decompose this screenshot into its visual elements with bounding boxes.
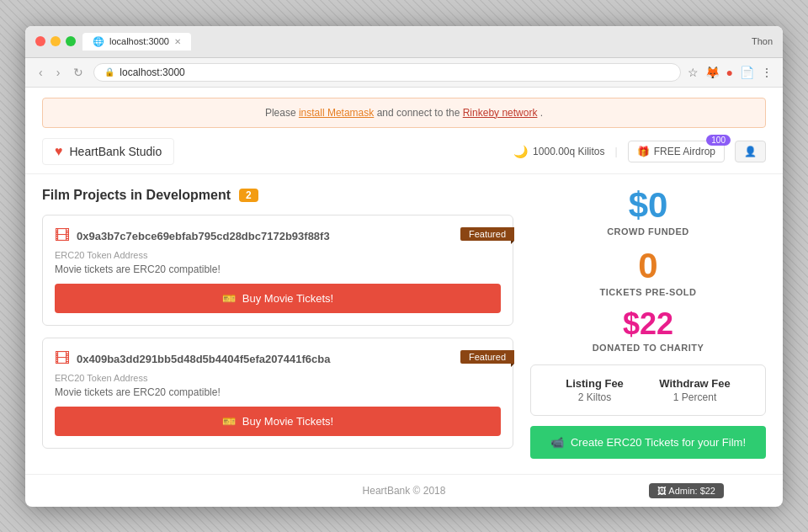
forward-button[interactable]: ›	[53, 64, 64, 81]
film-icon-2: 🎞	[55, 350, 70, 368]
section-title-text: Film Projects in Development	[42, 188, 231, 203]
extension-icon1[interactable]: 🦊	[705, 66, 720, 79]
browser-tab[interactable]: 🌐 localhost:3000 ✕	[82, 33, 191, 51]
film-address-2: 0x409ba3dd291bb5d48d5b4404f5efa207441f6c…	[77, 353, 501, 365]
window-controls	[35, 36, 76, 46]
footer-container: HeartBank © 2018 🖼 Admin: $22	[42, 485, 766, 497]
page-footer: HeartBank © 2018 🖼 Admin: $22	[25, 474, 783, 507]
install-metamask-link[interactable]: install Metamask	[299, 107, 374, 119]
profile-button[interactable]: 👤	[735, 141, 766, 162]
buy-label-1: Buy Movie Tickets!	[242, 292, 333, 305]
film-icon-1: 🎞	[55, 227, 70, 245]
maximize-button[interactable]	[66, 36, 76, 46]
airdrop-button[interactable]: 100 🎁 FREE Airdrop	[628, 141, 725, 162]
project-count-badge: 2	[239, 189, 258, 202]
airdrop-badge: 100	[706, 135, 731, 146]
film-desc-1: Movie tickets are ERC20 compatible!	[55, 263, 501, 275]
donated-value: $22	[530, 309, 766, 339]
brand-logo[interactable]: ♥ HeartBank Studio	[42, 138, 174, 165]
film-label-1: ERC20 Token Address	[55, 250, 501, 260]
gift-icon: 🎁	[637, 146, 650, 157]
film-address-1: 0x9a3b7c7ebce69ebfab795cd28dbc7172b93f88…	[77, 230, 501, 242]
kilitos-value: 1000.00q Kilitos	[533, 146, 604, 157]
withdraw-fee-value: 1 Percent	[659, 391, 730, 403]
kilitos-display: 🌙 1000.00q Kilitos	[513, 145, 604, 158]
star-icon[interactable]: ☆	[688, 66, 699, 79]
app-header: ♥ HeartBank Studio 🌙 1000.00q Kilitos | …	[25, 138, 783, 174]
film-card-1-header: 🎞 0x9a3b7c7ebce69ebfab795cd28dbc7172b93f…	[55, 227, 501, 245]
admin-badge: 🖼 Admin: $22	[649, 483, 724, 498]
film-label-2: ERC20 Token Address	[55, 373, 501, 383]
copyright-text: HeartBank © 2018	[363, 485, 446, 497]
heart-icon: ♥	[55, 144, 63, 159]
listing-fee-title: Listing Fee	[566, 377, 624, 390]
extension-icon2[interactable]: ●	[726, 66, 733, 79]
donated-label: DONATED TO CHARITY	[530, 343, 766, 353]
banner-text-between: and connect to the	[377, 107, 463, 119]
back-button[interactable]: ‹	[35, 64, 46, 81]
banner-text-before: Please	[265, 107, 299, 119]
film-card-1: Featured 🎞 0x9a3b7c7ebce69ebfab795cd28db…	[42, 215, 513, 326]
crowd-funded-label: CROWD FUNDED	[530, 226, 766, 237]
browser-actions: ☆ 🦊 ● 📄 ⋮	[688, 66, 773, 79]
minimize-button[interactable]	[50, 36, 61, 46]
window-title: Thon	[198, 36, 773, 46]
url-text: localhost:3000	[120, 66, 184, 78]
left-panel: Film Projects in Development 2 Featured …	[42, 188, 513, 460]
url-bar[interactable]: 🔒 localhost:3000	[93, 63, 680, 82]
fee-box: Listing Fee 2 Kiltos Withdraw Fee 1 Perc…	[530, 364, 766, 416]
main-content: Film Projects in Development 2 Featured …	[25, 174, 783, 474]
browser-window: 🌐 localhost:3000 ✕ Thon ‹ › ↻ 🔒 localhos…	[25, 26, 783, 507]
listing-fee-value: 2 Kiltos	[566, 391, 624, 403]
buy-label-2: Buy Movie Tickets!	[242, 415, 333, 428]
metamask-banner: Please install Metamask and connect to t…	[42, 98, 766, 128]
banner-text-after: .	[540, 107, 543, 119]
crowd-funded-value: $0	[530, 188, 766, 223]
tickets-stat: 0 TICKETS PRE-SOLD	[530, 248, 766, 297]
ticket-icon-2: 🎫	[222, 415, 236, 428]
section-title: Film Projects in Development 2	[42, 188, 513, 203]
moon-icon: 🌙	[513, 145, 528, 158]
film-card-2-header: 🎞 0x409ba3dd291bb5d48d5b4404f5efa207441f…	[55, 350, 501, 368]
nav-right: 🌙 1000.00q Kilitos | 100 🎁 FREE Airdrop …	[513, 141, 766, 162]
buy-tickets-button-1[interactable]: 🎫 Buy Movie Tickets!	[55, 284, 501, 313]
ticket-icon-1: 🎫	[222, 292, 236, 305]
tab-label: localhost:3000	[109, 36, 169, 46]
buy-tickets-button-2[interactable]: 🎫 Buy Movie Tickets!	[55, 407, 501, 436]
tab-close-icon[interactable]: ✕	[174, 37, 181, 46]
rinkeby-link[interactable]: Rinkeby network	[463, 107, 538, 119]
lock-icon: 🔒	[104, 67, 114, 77]
camera-icon: 📹	[550, 436, 564, 449]
featured-tag-2: Featured	[460, 350, 514, 364]
close-button[interactable]	[35, 36, 45, 46]
menu-icon[interactable]: ⋮	[761, 66, 773, 79]
crowd-funded-stat: $0 CROWD FUNDED	[530, 188, 766, 237]
address-bar: ‹ › ↻ 🔒 localhost:3000 ☆ 🦊 ● 📄 ⋮	[25, 58, 783, 88]
create-btn-label: Create ERC20 Tickets for your Film!	[571, 436, 746, 449]
film-desc-2: Movie tickets are ERC20 compatible!	[55, 386, 501, 398]
listing-fee: Listing Fee 2 Kiltos	[566, 377, 624, 403]
featured-tag-1: Featured	[460, 227, 514, 241]
separator: |	[615, 146, 618, 157]
admin-text: Admin: $22	[668, 486, 715, 496]
withdraw-fee: Withdraw Fee 1 Percent	[659, 377, 730, 403]
title-bar: 🌐 localhost:3000 ✕ Thon	[25, 26, 783, 58]
admin-area: 🖼 Admin: $22	[649, 485, 724, 497]
tab-favicon: 🌐	[93, 36, 104, 47]
extension-icon3[interactable]: 📄	[740, 66, 754, 79]
withdraw-fee-title: Withdraw Fee	[659, 377, 730, 390]
tickets-value: 0	[530, 248, 766, 284]
film-card-2: Featured 🎞 0x409ba3dd291bb5d48d5b4404f5e…	[42, 338, 513, 449]
donated-stat: $22 DONATED TO CHARITY	[530, 309, 766, 353]
right-panel: $0 CROWD FUNDED 0 TICKETS PRE-SOLD $22 D…	[530, 188, 766, 460]
brand-name: HeartBank Studio	[70, 145, 162, 158]
airdrop-label: FREE Airdrop	[654, 146, 715, 157]
tickets-label: TICKETS PRE-SOLD	[530, 287, 766, 297]
refresh-button[interactable]: ↻	[70, 64, 87, 81]
create-tickets-button[interactable]: 📹 Create ERC20 Tickets for your Film!	[530, 426, 766, 459]
